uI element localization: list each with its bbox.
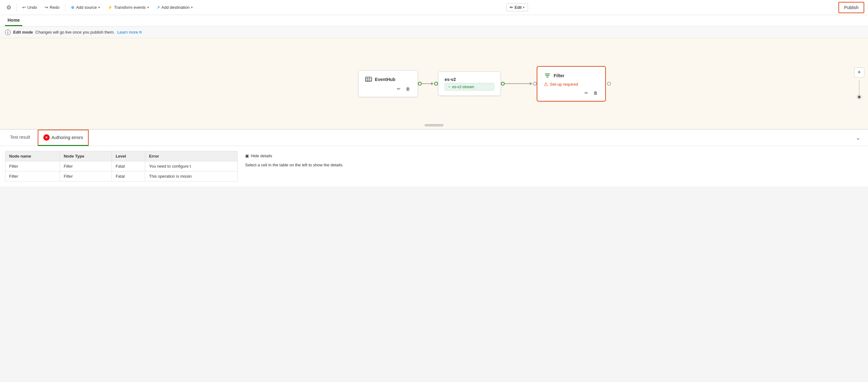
chevron-down-icon: ⌄ — [856, 135, 861, 141]
tab-home-label: Home — [7, 18, 20, 23]
conn-dot-1a — [418, 82, 422, 86]
eventhub-edit-button[interactable]: ✏ — [396, 86, 402, 92]
esv2-stream-label: es-v2-stream — [452, 85, 474, 89]
filter-delete-button[interactable]: 🗑 — [592, 90, 599, 96]
warning-icon: ⚠ — [544, 81, 548, 87]
row1-node-type: Filter — [60, 161, 112, 171]
connector-2 — [501, 82, 537, 86]
hide-details-icon: ▣ — [245, 153, 249, 158]
row2-level: Fatal — [112, 171, 145, 181]
eventhub-delete-button[interactable]: 🗑 — [404, 86, 411, 92]
table-header: Node name Node Type Level Error — [5, 151, 238, 161]
redo-button[interactable]: ↪ Redo — [41, 2, 63, 12]
transform-events-button[interactable]: ⚡ Transform events ▾ — [104, 2, 152, 12]
details-panel: ▣ Hide details Select a cell in the tabl… — [245, 151, 863, 181]
row2-node-name: Filter — [5, 171, 60, 181]
col-node-type: Node Type — [60, 151, 112, 161]
separator-1 — [16, 3, 17, 12]
eventhub-icon — [365, 76, 372, 83]
row1-error: You need to configure t — [145, 161, 238, 171]
undo-label: Undo — [27, 5, 37, 10]
publish-button[interactable]: Publish — [838, 2, 864, 13]
error-table-container: Node name Node Type Level Error Filter F… — [0, 146, 868, 186]
connector-1 — [418, 82, 438, 86]
filter-header: Filter — [544, 72, 599, 79]
bottom-panel: Test result ✕ Authoring errors ⌄ Node na… — [0, 129, 868, 186]
add-source-label: Add source — [76, 5, 97, 10]
undo-icon: ↩ — [22, 5, 26, 10]
edit-mode-label: Edit mode — [13, 30, 33, 35]
conn-line-2 — [505, 83, 530, 84]
filter-edit-button[interactable]: ✏ — [583, 90, 590, 96]
add-destination-label: Add destination — [161, 5, 190, 10]
edit-mode-bar: i Edit mode Changes will go live once yo… — [0, 26, 868, 38]
conn-dot-1b — [434, 82, 438, 86]
col-node-name: Node name — [5, 151, 60, 161]
top-bar: ⚙ ↩ Undo ↪ Redo ⊕ Add source ▾ ⚡ Transfo… — [0, 0, 868, 15]
row1-node-name: Filter — [5, 161, 60, 171]
arrow-1 — [431, 82, 434, 85]
edit-pencil-icon: ✏ — [510, 5, 513, 10]
edit-button[interactable]: ✏ Edit ▾ — [506, 3, 528, 11]
collapse-button[interactable]: ⌄ — [853, 133, 863, 142]
zoom-plus-button[interactable]: + — [854, 68, 864, 77]
col-level: Level — [112, 151, 145, 161]
add-destination-button[interactable]: ↗ Add destination ▾ — [153, 2, 196, 12]
row1-level: Fatal — [112, 161, 145, 171]
add-source-button[interactable]: ⊕ Add source ▾ — [68, 2, 103, 12]
table-row[interactable]: Filter Filter Fatal This operation is mi… — [5, 171, 238, 181]
conn-dot-out — [607, 82, 611, 86]
zoom-slider-track — [859, 80, 860, 99]
error-table: Node name Node Type Level Error Filter F… — [5, 151, 238, 181]
tab-home[interactable]: Home — [5, 15, 22, 26]
filter-icon — [544, 72, 551, 79]
hide-details-label: Hide details — [251, 153, 272, 158]
tab-test-result[interactable]: Test result — [5, 130, 35, 146]
add-source-chevron-icon: ▾ — [98, 6, 100, 9]
add-destination-chevron-icon: ▾ — [191, 6, 193, 9]
redo-label: Redo — [50, 5, 59, 10]
esv2-node[interactable]: es-v2 ~ es-v2-stream — [438, 72, 501, 96]
edit-mode-message: Changes will go live once you publish th… — [35, 30, 115, 35]
tabs-row: Test result ✕ Authoring errors ⌄ — [0, 130, 868, 146]
svg-rect-0 — [366, 77, 372, 81]
table-row[interactable]: Filter Filter Fatal You need to configur… — [5, 161, 238, 171]
add-destination-icon: ↗ — [156, 5, 160, 10]
external-link-icon: ⧉ — [139, 30, 142, 34]
details-placeholder-text: Select a cell in the table on the left t… — [245, 162, 863, 168]
setup-required-label: Set-up required — [550, 81, 578, 86]
publish-label: Publish — [844, 5, 859, 10]
transform-events-icon: ⚡ — [107, 5, 113, 10]
stream-icon: ~ — [448, 85, 450, 89]
edit-chevron-icon: ▾ — [523, 6, 525, 9]
undo-button[interactable]: ↩ Undo — [19, 2, 40, 12]
table-body: Filter Filter Fatal You need to configur… — [5, 161, 238, 181]
conn-dot-2b — [533, 82, 537, 86]
setup-required: ⚠ Set-up required — [544, 81, 599, 87]
learn-more-text: Learn more — [117, 30, 138, 35]
error-x-icon: ✕ — [45, 136, 48, 140]
conn-line-1 — [422, 83, 431, 84]
learn-more-link[interactable]: Learn more ⧉ — [117, 30, 142, 35]
tab-authoring-errors-label: Authoring errors — [52, 135, 83, 140]
row2-error: This operation is missin — [145, 171, 238, 181]
separator-2 — [65, 3, 65, 12]
hide-details-button[interactable]: ▣ Hide details — [245, 153, 272, 158]
info-icon: i — [5, 30, 11, 35]
col-error: Error — [145, 151, 238, 161]
filter-label: Filter — [554, 73, 564, 78]
filter-node[interactable]: Filter ⚠ Set-up required ✏ 🗑 — [537, 66, 606, 101]
zoom-slider-thumb[interactable] — [857, 95, 861, 99]
tab-authoring-errors[interactable]: ✕ Authoring errors — [38, 130, 89, 146]
settings-icon[interactable]: ⚙ — [4, 3, 14, 12]
esv2-label: es-v2 — [445, 77, 456, 82]
eventhub-node[interactable]: EventHub ✏ 🗑 — [358, 70, 418, 97]
esv2-header: es-v2 — [445, 77, 494, 82]
transform-events-label: Transform events — [114, 5, 146, 10]
flow-container: EventHub ✏ 🗑 es-v2 ~ es-v2-stream — [358, 66, 611, 101]
eventhub-label: EventHub — [375, 77, 395, 82]
edit-label: Edit — [515, 5, 521, 10]
transform-events-chevron-icon: ▾ — [147, 6, 149, 9]
filter-actions: ✏ 🗑 — [544, 90, 599, 96]
tab-bar: Home — [0, 15, 868, 26]
